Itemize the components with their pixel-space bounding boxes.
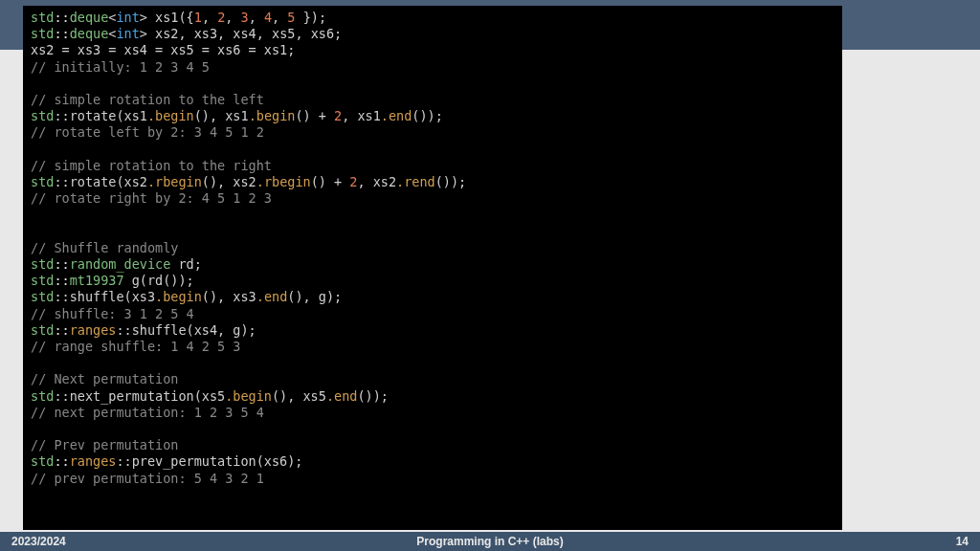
tok: // simple rotation to the left (31, 92, 264, 107)
tok: // range shuffle: 1 4 2 5 3 (31, 339, 240, 354)
tok: , (272, 10, 287, 25)
tok: 3 (241, 10, 249, 25)
tok: ::shuffle(xs4, g); (116, 322, 256, 338)
code-block: std::deque<int> xs1({1, 2, 3, 4, 5 }); s… (23, 6, 842, 530)
tok: // rotate right by 2: 4 5 1 2 3 (31, 190, 272, 206)
tok: }); (296, 10, 327, 25)
tok: .rbegin (256, 174, 311, 189)
tok: () + (295, 108, 334, 123)
tok: std (31, 322, 54, 338)
tok: ::rotate(xs2 (54, 174, 147, 189)
tok: :: (54, 26, 69, 41)
tok: , (202, 10, 217, 25)
footer: 2023/2024 Programming in C++ (labs) 14 (0, 532, 980, 551)
tok: std (31, 26, 54, 41)
footer-center: Programming in C++ (labs) (0, 535, 980, 548)
tok: // initially: 1 2 3 4 5 (31, 59, 210, 75)
tok: .end (326, 388, 358, 404)
tok: .begin (225, 388, 272, 404)
tok: int (116, 10, 139, 25)
slide: Permutations: rotate and shuffle std::de… (0, 0, 980, 551)
tok: , (225, 10, 240, 25)
tok: (), xs2 (202, 174, 256, 189)
tok: 5 (287, 10, 295, 25)
tok: ()); (412, 108, 443, 123)
tok: .rend (396, 174, 435, 189)
tok: ::shuffle(xs3 (54, 289, 155, 304)
tok: g(rd()); (124, 273, 194, 288)
tok: ()); (357, 388, 389, 404)
tok: (), g); (287, 289, 342, 304)
tok: // Shuffle randomly (31, 240, 178, 255)
tok: deque (70, 26, 109, 41)
tok: ranges (70, 453, 117, 469)
tok: // next permutation: 1 2 3 5 4 (31, 405, 264, 420)
tok: .begin (249, 108, 296, 123)
tok: 4 (264, 10, 272, 25)
footer-right: 14 (956, 535, 969, 548)
tok: random_device (70, 256, 171, 272)
tok: std (31, 453, 54, 469)
tok: > xs2, xs3, xs4, xs5, xs6; (140, 26, 342, 41)
tok: ::prev_permutation(xs6); (116, 453, 302, 469)
tok: , (249, 10, 264, 25)
tok: .begin (155, 289, 202, 304)
tok: // Prev permutation (31, 437, 178, 452)
tok: // Next permutation (31, 371, 178, 386)
tok: std (31, 10, 54, 25)
tok: 1 (194, 10, 202, 25)
tok: :: (54, 322, 69, 338)
tok: .rbegin (147, 174, 202, 189)
tok: rd; (170, 256, 202, 272)
tok: ::next_permutation(xs5 (54, 388, 225, 404)
tok: :: (54, 256, 69, 272)
tok: // prev permutation: 5 4 3 2 1 (31, 471, 264, 486)
tok: xs2 = xs3 = xs4 = xs5 = xs6 = xs1; (31, 42, 295, 57)
tok: .begin (147, 108, 194, 123)
tok: 2 (334, 108, 342, 123)
tok: // rotate left by 2: 3 4 5 1 2 (31, 124, 264, 140)
tok: :: (54, 10, 69, 25)
tok: std (31, 108, 54, 123)
tok: std (31, 289, 54, 304)
tok: .end (256, 289, 288, 304)
tok: std (31, 388, 54, 404)
tok: > xs1({ (140, 10, 194, 25)
tok: int (116, 26, 139, 41)
footer-left: 2023/2024 (11, 535, 66, 548)
tok: mt19937 (70, 273, 124, 288)
tok: ::rotate(xs1 (54, 108, 147, 123)
tok: () + (311, 174, 350, 189)
tok: std (31, 256, 54, 272)
tok: :: (54, 453, 69, 469)
tok: ()); (435, 174, 467, 189)
tok: , xs1 (342, 108, 381, 123)
tok: std (31, 174, 54, 189)
tok: :: (54, 273, 69, 288)
tok: (), xs3 (202, 289, 256, 304)
tok: ranges (70, 322, 117, 338)
tok: deque (70, 10, 109, 25)
tok: std (31, 273, 54, 288)
tok: , xs2 (357, 174, 396, 189)
tok: (), xs5 (272, 388, 326, 404)
tok: (), xs1 (194, 108, 249, 123)
tok: // shuffle: 3 1 2 5 4 (31, 306, 194, 321)
tok: // simple rotation to the right (31, 158, 272, 173)
tok: .end (381, 108, 412, 123)
